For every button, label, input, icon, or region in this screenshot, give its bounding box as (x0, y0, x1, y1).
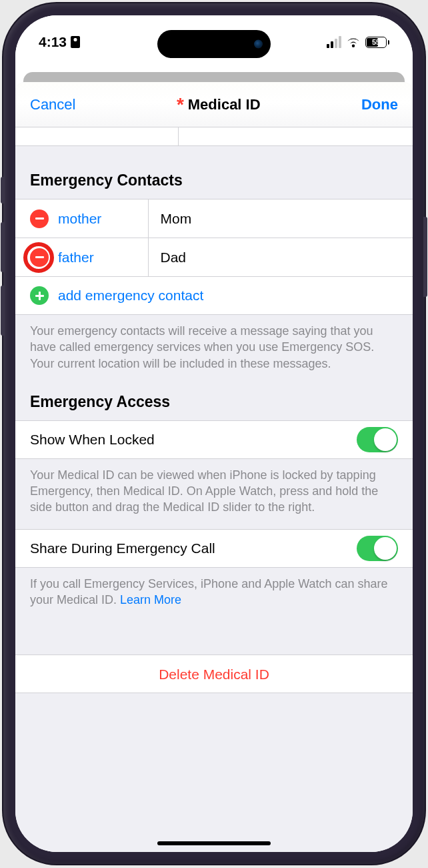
phone-side-buttons-left (1, 177, 5, 349)
nav-bar: Cancel * Medical ID Done (15, 82, 413, 127)
emergency-access-header: Emergency Access (15, 385, 413, 420)
page-title: * Medical ID (177, 94, 261, 115)
show-when-locked-label: Show When Locked (30, 432, 155, 448)
medical-asterisk-icon: * (177, 94, 184, 115)
show-when-locked-toggle[interactable] (357, 427, 398, 452)
show-when-locked-row: Show When Locked (15, 420, 413, 459)
share-footer-text: If you call Emergency Services, iPhone a… (30, 577, 388, 606)
remove-contact-button[interactable] (30, 248, 49, 267)
share-during-call-row: Share During Emergency Call (15, 529, 413, 568)
dynamic-island (157, 30, 271, 58)
contact-relation-label[interactable]: mother (58, 211, 148, 227)
content-area: Emergency Contacts mother Mom father Dad (15, 127, 413, 852)
add-contact-label: add emergency contact (58, 288, 203, 304)
emergency-contacts-header: Emergency Contacts (15, 146, 413, 199)
card-icon (71, 36, 80, 48)
contact-row-mother[interactable]: mother Mom (15, 199, 413, 238)
previous-section-row[interactable] (15, 127, 413, 146)
add-emergency-contact-row[interactable]: add emergency contact (15, 276, 413, 315)
show-when-locked-footer: Your Medical ID can be viewed when iPhon… (15, 459, 413, 529)
learn-more-link[interactable]: Learn More (120, 593, 181, 606)
add-icon[interactable] (30, 286, 49, 305)
share-during-call-footer: If you call Emergency Services, iPhone a… (15, 568, 413, 622)
contact-name-value: Mom (149, 211, 192, 227)
home-indicator[interactable] (157, 841, 271, 845)
cancel-button[interactable]: Cancel (30, 96, 75, 113)
done-button[interactable]: Done (361, 96, 398, 113)
phone-frame: 4:13 55 Cancel * Medical ID (3, 3, 425, 864)
contact-row-father[interactable]: father Dad (15, 238, 413, 276)
screen: 4:13 55 Cancel * Medical ID (15, 15, 413, 852)
delete-medical-id-button[interactable]: Delete Medical ID (15, 655, 413, 693)
modal-sheet: Cancel * Medical ID Done Emergency Conta… (15, 82, 413, 852)
status-time: 4:13 (39, 34, 67, 50)
remove-contact-button[interactable] (30, 209, 49, 228)
page-title-text: Medical ID (188, 96, 261, 113)
contact-name-value: Dad (149, 250, 187, 266)
cellular-signal-icon (327, 36, 341, 48)
share-during-call-label: Share During Emergency Call (30, 540, 215, 556)
phone-side-buttons-right (423, 217, 427, 316)
contacts-footer-text: Your emergency contacts will receive a m… (15, 315, 413, 385)
contact-relation-label[interactable]: father (58, 250, 148, 266)
wifi-icon (346, 37, 361, 47)
share-during-call-toggle[interactable] (357, 536, 398, 561)
battery-icon: 55 (365, 37, 389, 48)
